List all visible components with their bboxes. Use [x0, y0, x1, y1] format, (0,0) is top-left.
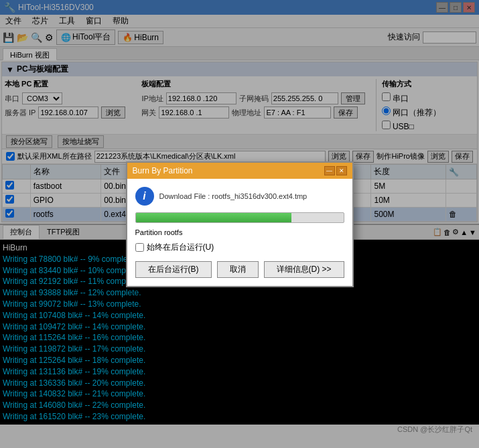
background-checkbox-row: 始终在后台运行(U) — [135, 242, 344, 253]
dialog-close-btn[interactable]: ✕ — [336, 166, 347, 175]
background-checkbox-label: 始终在后台运行(U) — [147, 242, 214, 253]
dialog-title-bar: Burn By Partition — ✕ — [127, 163, 352, 179]
dialog-title-controls: — ✕ — [324, 166, 347, 175]
dialog-body: i Download File : rootfs_hi3516dv300.ext… — [127, 179, 352, 286]
download-label: Download File : rootfs_hi3516dv300.ext4.… — [159, 192, 307, 200]
background-checkbox[interactable] — [135, 243, 144, 252]
details-button[interactable]: 详细信息(D) >> — [264, 261, 344, 278]
dialog-buttons: 在后台运行(B) 取消 详细信息(D) >> — [135, 261, 344, 278]
dialog-overlay: Burn By Partition — ✕ i Download File : … — [0, 0, 479, 448]
progress-bar-fill — [136, 213, 292, 222]
partition-label: Partition rootfs — [135, 228, 344, 236]
dialog-title-text: Burn By Partition — [133, 166, 193, 175]
info-icon: i — [135, 187, 154, 206]
in-background-button[interactable]: 在后台运行(B) — [135, 261, 212, 278]
cancel-button[interactable]: 取消 — [217, 261, 259, 278]
dialog-info-row: i Download File : rootfs_hi3516dv300.ext… — [135, 187, 344, 206]
dialog-minimize-btn[interactable]: — — [324, 166, 335, 175]
burn-by-partition-dialog: Burn By Partition — ✕ i Download File : … — [126, 161, 354, 287]
progress-bar-container — [135, 212, 344, 223]
